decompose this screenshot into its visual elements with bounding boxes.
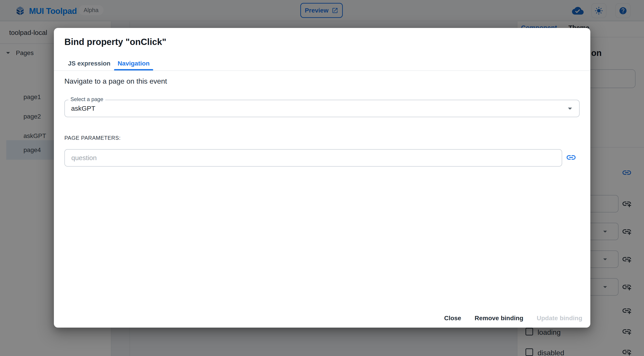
dialog-tabs: JS expression Navigation xyxy=(64,56,153,71)
update-binding-button[interactable]: Update binding xyxy=(537,315,582,322)
bind-property-dialog: Bind property "onClick" JS expression Na… xyxy=(54,28,590,328)
toolpad-editor: MUI Toolpad Alpha Preview xyxy=(0,0,644,356)
dialog-actions: Close Remove binding Update binding xyxy=(54,313,590,323)
remove-binding-button[interactable]: Remove binding xyxy=(474,315,523,322)
page-parameters-heading: PAGE PARAMETERS: xyxy=(64,135,120,141)
page-select-value: askGPT xyxy=(71,100,95,117)
page-select[interactable] xyxy=(64,100,580,117)
chevron-down-icon[interactable] xyxy=(565,104,575,113)
parameter-value-input[interactable] xyxy=(64,149,562,166)
tab-navigation[interactable]: Navigation xyxy=(114,56,153,71)
divider xyxy=(54,70,590,71)
tab-js-expression[interactable]: JS expression xyxy=(64,56,114,71)
dialog-title: Bind property "onClick" xyxy=(64,37,166,47)
link-icon[interactable] xyxy=(566,152,576,163)
close-button[interactable]: Close xyxy=(444,315,461,322)
dialog-description: Navigate to a page on this event xyxy=(64,77,167,86)
